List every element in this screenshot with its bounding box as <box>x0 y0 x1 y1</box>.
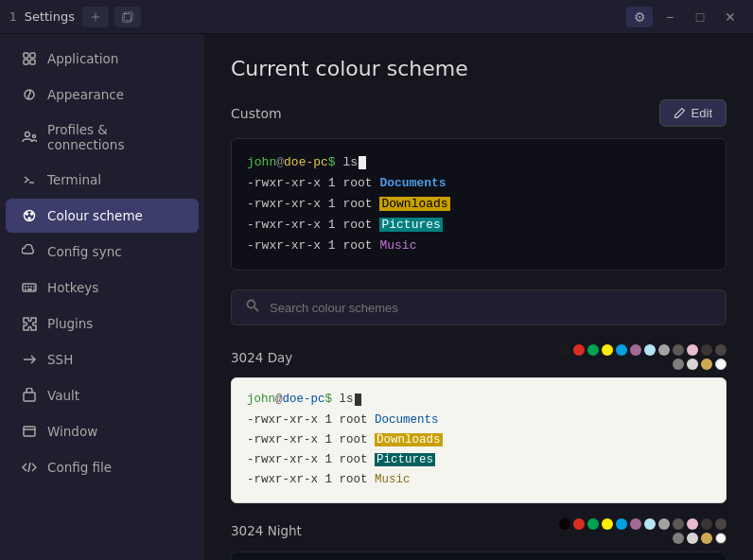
maximize-button[interactable]: □ <box>687 7 713 27</box>
sidebar-item-appearance[interactable]: Appearance <box>6 78 199 112</box>
main-layout: Application Appearance Profiles & connec… <box>0 34 753 560</box>
dot <box>587 344 599 356</box>
keyboard-icon <box>21 279 38 296</box>
titlebar-tabs <box>82 7 141 27</box>
dot <box>701 533 712 544</box>
sidebar-item-plugins[interactable]: Plugins <box>6 306 199 341</box>
dot <box>602 518 613 530</box>
sidebar-item-hotkeys[interactable]: Hotkeys <box>6 271 199 305</box>
cursor <box>359 156 366 169</box>
dot <box>701 518 712 530</box>
code-icon <box>21 459 38 476</box>
dot <box>559 518 570 530</box>
dot <box>701 359 712 370</box>
dot <box>715 518 727 530</box>
dot <box>559 344 570 356</box>
svg-point-29 <box>248 301 255 308</box>
dot <box>715 533 727 544</box>
sidebar-item-colour-scheme[interactable]: Colour scheme <box>6 199 199 233</box>
sidebar-item-profiles[interactable]: Profiles & connections <box>6 114 199 161</box>
sidebar-label-profiles: Profiles & connections <box>47 122 184 152</box>
sidebar-item-config-sync[interactable]: Config sync <box>6 235 199 269</box>
dot <box>687 344 698 356</box>
appearance-icon <box>21 86 38 103</box>
sidebar-label-vault: Vault <box>47 388 79 403</box>
dot <box>715 359 727 370</box>
plus-icon <box>89 10 102 24</box>
dot <box>687 359 698 370</box>
dot <box>630 518 641 530</box>
term-user: john <box>247 155 276 169</box>
sidebar-item-vault[interactable]: Vault <box>6 378 199 412</box>
sidebar-item-config-file[interactable]: Config file <box>6 450 199 484</box>
sidebar-label-application: Application <box>47 51 118 66</box>
sidebar-label-hotkeys: Hotkeys <box>47 280 98 295</box>
window-number: 1 <box>9 10 17 24</box>
svg-point-10 <box>33 135 36 138</box>
close-button[interactable]: ✕ <box>717 7 744 27</box>
dot <box>630 344 641 356</box>
svg-line-28 <box>28 463 30 472</box>
scheme-card-3024-day: 3024 Day <box>231 344 727 502</box>
dot <box>573 518 585 530</box>
dot <box>673 518 684 530</box>
search-icon <box>245 298 260 317</box>
ssh-icon <box>21 351 38 368</box>
dot <box>644 344 656 356</box>
svg-point-14 <box>31 213 33 215</box>
terminal-icon <box>21 171 38 188</box>
svg-rect-5 <box>30 53 35 58</box>
sidebar-label-window: Window <box>47 424 97 439</box>
pencil-icon <box>674 107 686 119</box>
dot <box>616 518 627 530</box>
app-icon <box>21 50 38 67</box>
svg-point-13 <box>26 213 28 215</box>
sidebar-item-ssh[interactable]: SSH <box>6 342 199 376</box>
svg-rect-26 <box>24 427 35 436</box>
dot <box>658 344 670 356</box>
dot <box>602 344 613 356</box>
page-title: Current colour scheme <box>231 57 727 80</box>
titlebar: 1 Settings ⚙ − □ ✕ <box>0 0 753 34</box>
sidebar-label-appearance: Appearance <box>47 87 124 102</box>
dot <box>616 344 627 356</box>
scheme-card-3024-night: 3024 Night <box>231 518 727 560</box>
scheme-terminal-3024-night[interactable]: john@doe-pc$ ls -rwxr-xr-x 1 root Docume… <box>231 551 727 560</box>
dot <box>573 344 585 356</box>
sidebar-label-ssh: SSH <box>47 352 73 367</box>
minimize-button[interactable]: − <box>657 7 683 27</box>
window-icon <box>21 423 38 440</box>
titlebar-actions: ⚙ − □ ✕ <box>626 7 744 27</box>
sidebar: Application Appearance Profiles & connec… <box>0 34 204 560</box>
dot <box>658 518 670 530</box>
dot <box>715 344 727 356</box>
scheme-terminal-3024-day[interactable]: john@doe-pc$ ls -rwxr-xr-x 1 root Docume… <box>231 377 727 502</box>
new-tab-button[interactable] <box>82 7 109 27</box>
search-input[interactable] <box>270 301 712 315</box>
search-box[interactable] <box>231 289 727 325</box>
dot <box>587 518 599 530</box>
scheme-name-3024-night: 3024 Night <box>231 523 302 538</box>
dot <box>644 518 656 530</box>
svg-line-30 <box>254 307 258 311</box>
custom-section-header: Custom Edit <box>231 99 727 127</box>
dot <box>687 518 698 530</box>
duplicate-tab-button[interactable] <box>114 7 141 27</box>
duplicate-icon <box>121 10 134 24</box>
scheme-name-3024-day: 3024 Day <box>231 350 292 365</box>
vault-icon <box>21 387 38 404</box>
window-title: Settings <box>25 9 75 24</box>
svg-point-15 <box>28 218 30 219</box>
custom-label: Custom <box>231 106 282 121</box>
color-dots-3024-night <box>556 518 727 544</box>
svg-rect-6 <box>24 60 28 64</box>
day-cursor <box>355 394 361 406</box>
settings-button[interactable]: ⚙ <box>626 7 653 27</box>
titlebar-left: 1 Settings <box>9 7 617 27</box>
svg-rect-25 <box>24 393 35 401</box>
sidebar-item-application[interactable]: Application <box>6 42 199 76</box>
puzzle-icon <box>21 315 38 332</box>
sidebar-item-window[interactable]: Window <box>6 414 199 448</box>
edit-button[interactable]: Edit <box>659 99 727 127</box>
sidebar-item-terminal[interactable]: Terminal <box>6 163 199 197</box>
